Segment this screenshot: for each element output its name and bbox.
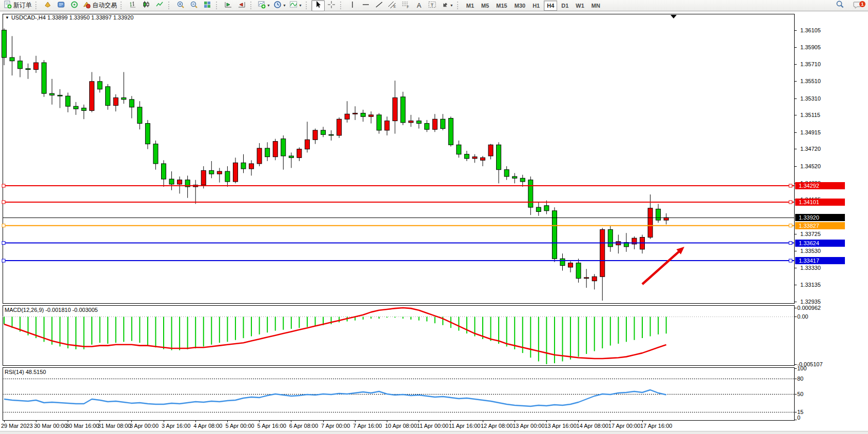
timeframe-button-M5[interactable]: M5 [478,1,492,11]
time-label: 30 Mar 16:00 [66,423,99,429]
price-tick-label: 1.33530 [800,248,821,254]
candle-body [464,154,469,159]
price-tick-label: 1.35310 [800,95,821,102]
candle-body [233,163,238,182]
hline-handle[interactable] [2,184,5,187]
chart-canvas[interactable] [0,0,868,434]
macd-label: MACD(12,26,9) -0.001810 -0.003005 [5,307,98,313]
zoom-out-button[interactable] [187,0,201,11]
tile-windows-button[interactable] [201,0,214,11]
toolbar-group-panels: 自动交易 [40,0,120,11]
timeframe-button-H1[interactable]: H1 [529,1,543,11]
hline-handle[interactable] [789,242,792,245]
equidistant-channel-button[interactable]: E [386,0,399,11]
time-label: 29 Mar 2023 [1,423,33,429]
price-pane[interactable] [3,14,794,303]
auto-scroll-button[interactable] [235,0,248,11]
trading-terminal-window: 新订单 自动交易 [0,0,868,434]
search-icon [836,0,844,11]
hline-handle[interactable] [2,201,5,204]
candle-body [401,97,405,123]
chevron-down-icon: ▼ [299,4,302,7]
timeframe-button-D1[interactable]: D1 [558,1,571,11]
horizontal-line-button[interactable] [359,0,372,11]
indicators-icon [289,1,298,11]
profiles-button[interactable]: ▼ [272,0,288,11]
crosshair-button[interactable] [325,0,338,11]
tile-windows-icon [203,1,211,11]
auto-trading-button[interactable]: 自动交易 [81,0,119,11]
candle-body [257,148,262,164]
cursor-button[interactable] [311,0,325,11]
candle-body [129,100,134,107]
new-chart-button[interactable]: ▼ [256,0,272,11]
candle-body [472,157,477,159]
candle-body [353,113,358,114]
candle-body [249,164,254,169]
fibonacci-button[interactable]: F [399,0,412,11]
hline-handle[interactable] [789,201,792,204]
candle-body [656,209,661,220]
timeframe-button-M30[interactable]: M30 [511,1,528,11]
time-label: 11 Apr 16:00 [449,423,481,429]
price-tick-label: 1.34915 [800,129,821,135]
time-label: 13 Apr 16:00 [544,423,576,429]
indicators-button[interactable]: ▼ [288,0,304,11]
candle-body [497,145,501,169]
hline-handle[interactable] [2,242,5,245]
zoom-in-icon [176,1,185,11]
hline-handle[interactable] [789,259,792,262]
chevron-down-icon: ▼ [267,4,270,7]
candle-body [648,208,653,238]
chart-shift-button[interactable] [222,0,235,11]
candle-body [273,142,278,157]
price-badge-1.34101: 1.34101 [795,199,845,206]
time-label: 17 Apr 16:00 [640,423,672,429]
macd-pane[interactable] [3,305,794,365]
timeframe-button-H4[interactable]: H4 [544,1,557,11]
price-badge-1.34292: 1.34292 [795,182,845,189]
price-tick-label: 1.36105 [800,27,821,33]
candle-body [544,206,549,211]
hline-handle[interactable] [789,184,792,187]
vertical-line-button[interactable] [346,0,359,11]
timeframe-button-W1[interactable]: W1 [573,1,587,11]
search-button[interactable] [833,0,846,11]
time-label: 14 Apr 08:00 [577,423,608,429]
arrows-button[interactable]: ▼ [439,0,455,11]
bar-chart-button[interactable] [126,0,140,11]
rsi-scale-label: 15 [797,409,803,415]
navigator-button[interactable] [68,0,81,11]
candle-chart-button[interactable] [140,0,153,11]
line-chart-button[interactable] [153,0,166,11]
price-badge-1.33417: 1.33417 [795,257,845,264]
price-tick-label: 1.35115 [800,112,820,118]
hline-handle[interactable] [2,259,5,262]
hline-handle[interactable] [2,224,5,227]
zoom-in-button[interactable] [174,0,187,11]
new-order-button[interactable]: 新订单 [2,0,33,11]
text-button[interactable]: A [412,0,426,11]
timeframe-button-M1[interactable]: M1 [463,1,477,11]
new-chart-icon [258,1,266,11]
text-label-button[interactable]: T [426,0,439,11]
candle-body [201,170,206,185]
price-tick-label: 1.35710 [800,61,821,67]
time-label: 3 Apr 16:00 [162,423,190,429]
price-tick-label: 1.33135 [800,282,821,288]
timeframe-button-M15[interactable]: M15 [493,1,510,11]
candle-body [361,113,365,117]
data-window-icon [57,1,65,11]
hline-handle[interactable] [789,224,792,227]
candle-body [177,180,182,184]
collapse-triangle-icon: ▼ [5,15,9,20]
data-window-button[interactable] [54,0,68,11]
market-watch-button[interactable] [41,0,54,11]
trend-line-button[interactable] [372,0,386,11]
timeframe-button-MN[interactable]: MN [588,1,603,11]
notifications-button[interactable]: 1 [851,0,864,11]
candle-body [153,144,158,164]
price-badge-1.33624: 1.33624 [795,240,845,247]
price-tick-label: 1.35905 [800,44,821,50]
rsi-pane[interactable] [3,367,794,420]
